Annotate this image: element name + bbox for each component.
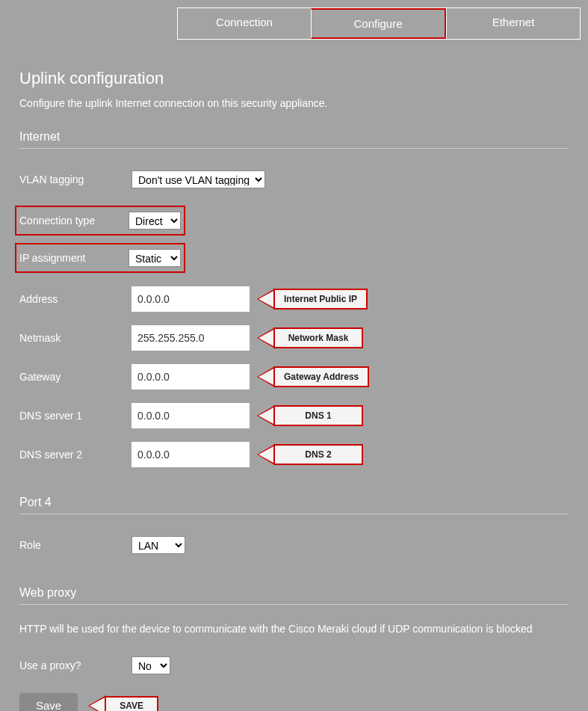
callout-dns1: DNS 1 — [257, 405, 363, 426]
select-role[interactable]: LAN — [131, 536, 185, 554]
header-bar: Connection Configure Ethernet — [0, 0, 588, 46]
row-vlan: VLAN tagging Don't use VLAN tagging — [19, 167, 569, 192]
save-button[interactable]: Save — [19, 693, 78, 711]
proxy-note: HTTP will be used for the device to comm… — [19, 623, 569, 635]
label-vlan: VLAN tagging — [19, 173, 131, 185]
callout-save-label: SAVE — [105, 696, 158, 712]
arrow-left-icon — [257, 366, 275, 387]
arrow-left-icon — [257, 289, 275, 310]
callout-save: SAVE — [88, 695, 158, 712]
section-webproxy: Web proxy — [19, 586, 569, 605]
row-connection-type: Connection type Direct — [19, 206, 569, 236]
label-role: Role — [19, 539, 131, 551]
section-port4: Port 4 — [19, 496, 569, 514]
select-ip-assignment[interactable]: Static — [129, 249, 181, 267]
callout-netmask-label: Network Mask — [273, 327, 363, 348]
label-use-proxy: Use a proxy? — [19, 659, 131, 671]
callout-gateway-label: Gateway Address — [273, 366, 369, 387]
save-row: Save SAVE — [19, 693, 569, 711]
row-use-proxy: Use a proxy? No — [19, 653, 569, 678]
label-ip-assignment: IP assignment — [19, 252, 129, 264]
arrow-left-icon — [257, 327, 275, 348]
tab-configure[interactable]: Configure — [311, 8, 446, 39]
arrow-left-icon — [257, 444, 275, 465]
row-netmask: Netmask Network Mask — [19, 325, 569, 351]
input-address[interactable] — [131, 286, 250, 312]
label-dns1: DNS server 1 — [19, 410, 131, 422]
tab-connection[interactable]: Connection — [178, 8, 311, 39]
arrow-left-icon — [257, 405, 275, 426]
label-netmask: Netmask — [19, 332, 131, 344]
input-dns2[interactable] — [131, 442, 250, 467]
label-address: Address — [19, 293, 131, 305]
callout-dns1-label: DNS 1 — [273, 405, 363, 426]
label-gateway: Gateway — [19, 371, 131, 383]
arrow-left-icon — [88, 695, 106, 712]
page-subtitle: Configure the uplink Internet connection… — [19, 97, 569, 109]
content-area: Uplink configuration Configure the uplin… — [0, 46, 588, 711]
box-ip-assignment: IP assignment Static — [15, 243, 185, 273]
row-role: Role LAN — [19, 532, 569, 558]
section-internet: Internet — [19, 130, 569, 149]
label-connection-type: Connection type — [19, 215, 129, 227]
tab-group: Connection Configure Ethernet — [177, 7, 581, 40]
callout-netmask: Network Mask — [257, 327, 363, 348]
row-address: Address Internet Public IP — [19, 286, 569, 312]
callout-dns2-label: DNS 2 — [273, 444, 363, 465]
tab-ethernet[interactable]: Ethernet — [446, 8, 580, 39]
row-gateway: Gateway Gateway Address — [19, 364, 569, 390]
input-netmask[interactable] — [131, 325, 250, 351]
callout-gateway: Gateway Address — [257, 366, 369, 387]
row-dns2: DNS server 2 DNS 2 — [19, 442, 569, 467]
callout-address: Internet Public IP — [257, 289, 368, 310]
select-use-proxy[interactable]: No — [131, 656, 170, 674]
page-title: Uplink configuration — [19, 69, 569, 88]
row-dns1: DNS server 1 DNS 1 — [19, 403, 569, 428]
input-dns1[interactable] — [131, 403, 250, 428]
box-connection-type: Connection type Direct — [15, 206, 185, 236]
callout-address-label: Internet Public IP — [273, 289, 368, 310]
select-vlan[interactable]: Don't use VLAN tagging — [131, 170, 265, 188]
input-gateway[interactable] — [131, 364, 250, 390]
row-ip-assignment: IP assignment Static — [19, 243, 569, 273]
select-connection-type[interactable]: Direct — [129, 212, 181, 230]
label-dns2: DNS server 2 — [19, 449, 131, 461]
callout-dns2: DNS 2 — [257, 444, 363, 465]
